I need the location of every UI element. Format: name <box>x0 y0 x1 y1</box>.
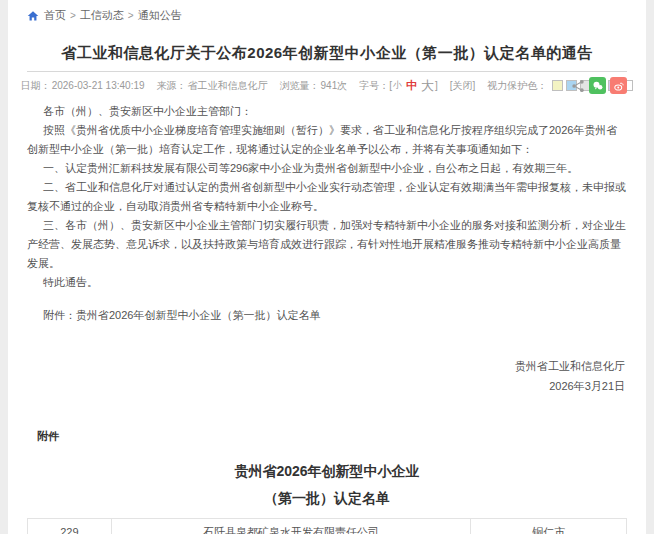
meta-source: 来源： 省工业和信息化厅 <box>157 79 268 93</box>
paragraph: 按照《贵州省优质中小企业梯度培育管理实施细则（暂行）》要求，省工业和信息化厅按程… <box>27 121 627 159</box>
attachment-section-label: 附件 <box>27 429 627 444</box>
breadcrumb-item-home[interactable]: 首页 <box>44 8 66 23</box>
meta-views: 浏览量： 941次 <box>280 79 348 93</box>
article-meta-bar: 日期： 2026-03-21 13:40:19 来源： 省工业和信息化厅 浏览量… <box>27 72 627 99</box>
font-size-control: 字号：[ 小 中 大 ] <box>359 77 438 95</box>
paragraph: 一、认定贵州汇新科技发展有限公司等296家中小企业为贵州省创新型中小企业，自公布… <box>27 159 627 178</box>
cell-city: 铜仁市 <box>471 519 627 534</box>
article-body: 各市（州）、贵安新区中小企业主管部门： 按照《贵州省优质中小企业梯度培育管理实施… <box>27 102 627 396</box>
breadcrumb: 首页 > 工信动态 > 通知公告 <box>27 0 627 23</box>
signature-date: 2026年3月21日 <box>27 376 625 396</box>
breadcrumb-item-notices[interactable]: 通知公告 <box>138 8 182 23</box>
paragraph: 二、省工业和信息化厅对通过认定的贵州省创新型中小企业实行动态管理，企业认定有效期… <box>27 178 627 216</box>
breadcrumb-separator: > <box>70 10 76 21</box>
salutation: 各市（州）、贵安新区中小企业主管部门： <box>27 102 627 121</box>
font-size-large-button[interactable]: 大 <box>421 77 434 95</box>
company-list-table: 229 石阡县泉都矿泉水开发有限责任公司 铜仁市 <box>27 518 627 534</box>
attachment-heading-line2: （第一批）认定名单 <box>27 490 627 508</box>
cell-company-name: 石阡县泉都矿泉水开发有限责任公司 <box>111 519 470 534</box>
signature-block: 贵州省工业和信息化厅 2026年3月21日 <box>27 356 627 396</box>
table-row: 229 石阡县泉都矿泉水开发有限责任公司 铜仁市 <box>28 519 627 534</box>
font-size-small-button[interactable]: 小 <box>393 79 402 92</box>
meta-date: 日期： 2026-03-21 13:40:19 <box>21 79 145 93</box>
weibo-share-icon[interactable] <box>610 77 627 94</box>
signature-org: 贵州省工业和信息化厅 <box>27 356 625 376</box>
font-size-medium-button[interactable]: 中 <box>406 78 417 93</box>
cell-serial-number: 229 <box>28 519 112 534</box>
wechat-share-icon[interactable] <box>589 77 606 94</box>
home-icon <box>27 10 39 22</box>
close-article-link[interactable]: [关闭] <box>450 79 476 93</box>
attachment-reference-line: 附件：贵州省2026年创新型中小企业（第一批）认定名单 <box>27 306 627 325</box>
paragraph: 三、各市（州）、贵安新区中小企业主管部门切实履行职责，加强对专精特新中小企业的服… <box>27 216 627 273</box>
share-icon[interactable] <box>571 79 585 93</box>
share-bar <box>571 77 627 94</box>
attachment-heading-line1: 贵州省2026年创新型中小企业 <box>27 463 627 481</box>
content-card: 首页 > 工信动态 > 通知公告 省工业和信息化厅关于公布2026年创新型中小企… <box>8 0 646 534</box>
page-title: 省工业和信息化厅关于公布2026年创新型中小企业（第一批）认定名单的通告 <box>27 44 627 63</box>
breadcrumb-item-news[interactable]: 工信动态 <box>80 8 124 23</box>
eye-color-swatch[interactable] <box>552 80 563 91</box>
closing-line: 特此通告。 <box>27 273 627 292</box>
breadcrumb-separator: > <box>128 10 134 21</box>
